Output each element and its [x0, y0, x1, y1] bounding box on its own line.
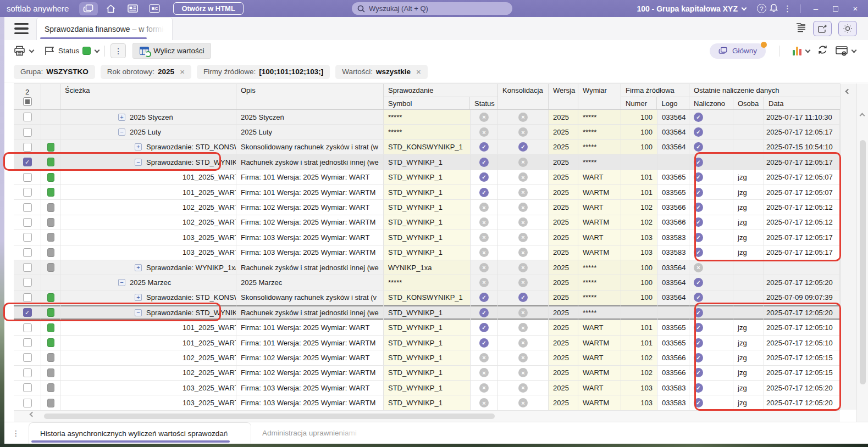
- row-checkbox[interactable]: [23, 278, 32, 287]
- more-menu-icon[interactable]: ⋮: [781, 4, 794, 14]
- header-naliczono[interactable]: Naliczono: [689, 97, 733, 109]
- theme-brightness-button[interactable]: [838, 21, 857, 36]
- settings-chevron-icon[interactable]: [852, 47, 857, 53]
- chart-chevron-icon[interactable]: [805, 47, 811, 53]
- vertical-scrollbar[interactable]: [856, 83, 868, 422]
- remove-filter-icon[interactable]: ×: [416, 67, 421, 76]
- calculate-values-button[interactable]: Wylicz wartości: [132, 43, 211, 59]
- filter-chip-1[interactable]: Grupa: WSZYSTKO: [14, 65, 95, 79]
- row-checkbox[interactable]: [23, 323, 32, 332]
- table-row-19[interactable]: 103_2025_WARTFirma: 103 Wersja: 2025 Wym…: [14, 381, 840, 395]
- filter-chip-2[interactable]: Rok obrotowy: 2025×: [101, 65, 191, 79]
- row-checkbox[interactable]: [23, 113, 32, 121]
- row-checkbox[interactable]: ✓: [23, 158, 32, 166]
- refresh-button[interactable]: [817, 44, 828, 57]
- tab-sprawozdania-finansowe[interactable]: Sprawozdania finansowe – w formie d: [36, 17, 173, 40]
- tree-expander-icon[interactable]: +: [135, 264, 142, 271]
- table-row-7[interactable]: 102_2025_WARTFirma: 102 Wersja: 2025 Wym…: [14, 200, 840, 215]
- footer-tab-2[interactable]: Administracja uprawnieniami: [251, 422, 368, 444]
- header-data[interactable]: Data: [764, 97, 840, 109]
- header-konsolidacja[interactable]: Konsolidacja: [498, 84, 549, 109]
- menu-burger-icon[interactable]: [14, 23, 29, 34]
- table-row-20[interactable]: 103_2025_WARTMFirma: 103 Wersja: 2025 Wy…: [14, 395, 840, 410]
- table-row-1[interactable]: +2025 Styczeń2025 Styczeń*****××2025****…: [14, 110, 840, 125]
- header-logo[interactable]: Logo: [657, 97, 689, 109]
- share-button[interactable]: [813, 21, 832, 36]
- collapse-panel-icon[interactable]: [845, 89, 851, 94]
- tree-view-icon[interactable]: [795, 23, 806, 35]
- table-row-10[interactable]: 103_2025_WARTMFirma: 103 Wersja: 2025 Wy…: [14, 245, 840, 260]
- home-icon[interactable]: [101, 2, 120, 15]
- vertical-scroll-thumb[interactable]: [860, 140, 866, 384]
- table-row-11[interactable]: +Sprawozdanie: WYNIKP_1xaRachunek zysków…: [14, 260, 840, 275]
- table-row-3[interactable]: +Sprawozdanie: STD_KONSWYNIKP_1Skonsolid…: [14, 140, 840, 155]
- horizontal-scrollbar[interactable]: [14, 411, 840, 422]
- header-status[interactable]: Status: [470, 97, 497, 109]
- window-settings-button[interactable]: [836, 46, 856, 56]
- header-path[interactable]: Ścieżka: [60, 84, 236, 109]
- filter-chip-4[interactable]: Wartości: wszystkie×: [335, 65, 428, 79]
- header-symbol[interactable]: Symbol: [384, 97, 470, 109]
- filter-chip-3[interactable]: Firmy źródłowe: [100;101;102;103;]: [197, 65, 330, 79]
- header-select-all[interactable]: 2: [14, 84, 41, 109]
- minimize-button[interactable]: –: [808, 2, 824, 16]
- notifications-bell-icon[interactable]: [770, 3, 778, 14]
- context-chevron-icon[interactable]: [742, 5, 747, 10]
- row-checkbox[interactable]: [23, 203, 32, 212]
- table-row-17[interactable]: 102_2025_WARTFirma: 102 Wersja: 2025 Wym…: [14, 350, 840, 365]
- footer-tab-1[interactable]: Historia asynchronicznych wyliczeń warto…: [29, 422, 251, 444]
- table-row-8[interactable]: 102_2025_WARTMFirma: 102 Wersja: 2025 Wy…: [14, 215, 840, 230]
- header-group-firma[interactable]: Firma źródłowa Numer Logo: [621, 84, 689, 109]
- row-checkbox[interactable]: [23, 353, 32, 362]
- row-checkbox[interactable]: [23, 173, 32, 182]
- news-icon[interactable]: [123, 2, 142, 15]
- search-input[interactable]: [369, 4, 507, 13]
- company-context[interactable]: 100 - Grupa kapitałowa XYZ: [637, 4, 738, 13]
- row-checkbox[interactable]: [23, 188, 32, 197]
- scroll-left-icon[interactable]: [30, 412, 35, 417]
- header-opis[interactable]: Opis: [236, 84, 384, 109]
- tree-expander-icon[interactable]: +: [135, 294, 142, 301]
- tree-expander-icon[interactable]: +: [135, 143, 142, 150]
- help-icon[interactable]: ?: [757, 4, 766, 13]
- row-checkbox[interactable]: [23, 293, 32, 302]
- select-all-checkbox[interactable]: [23, 97, 32, 106]
- row-checkbox[interactable]: [23, 233, 32, 242]
- more-actions-button[interactable]: ⋮: [110, 43, 126, 58]
- header-numer[interactable]: Numer: [621, 97, 657, 109]
- table-row-2[interactable]: −2025 Luty2025 Luty*****××2025*****10003…: [14, 125, 840, 139]
- bc-icon[interactable]: BC: [145, 2, 164, 15]
- remove-filter-icon[interactable]: ×: [180, 67, 185, 76]
- tree-expander-icon[interactable]: −: [135, 309, 142, 316]
- status-chevron-icon[interactable]: [95, 47, 100, 53]
- tree-expander-icon[interactable]: −: [118, 279, 125, 286]
- horizontal-scroll-thumb[interactable]: [44, 414, 495, 419]
- main-view-button[interactable]: Główny: [710, 43, 766, 59]
- table-row-15[interactable]: 101_2025_WARTFirma: 101 Wersja: 2025 Wym…: [14, 320, 840, 335]
- row-checkbox[interactable]: [23, 263, 32, 272]
- chart-button[interactable]: [793, 46, 810, 55]
- print-chevron-icon[interactable]: [29, 47, 35, 53]
- table-row-6[interactable]: 101_2025_WARTMFirma: 101 Wersja: 2025 Wy…: [14, 185, 840, 200]
- tree-expander-icon[interactable]: −: [118, 128, 125, 136]
- tree-expander-icon[interactable]: +: [118, 114, 125, 121]
- global-search[interactable]: [352, 2, 512, 15]
- print-button[interactable]: [14, 46, 34, 56]
- table-row-18[interactable]: 102_2025_WARTMFirma: 102 Wersja: 2025 Wy…: [14, 366, 840, 381]
- scroll-up-icon[interactable]: [860, 113, 865, 119]
- header-wymiar[interactable]: Wymiar: [578, 84, 621, 109]
- header-wersja[interactable]: Wersja: [549, 84, 578, 109]
- header-group-sprawozdanie[interactable]: Sprawozdanie Symbol Status: [384, 84, 498, 109]
- table-row-9[interactable]: 103_2025_WARTFirma: 103 Wersja: 2025 Wym…: [14, 230, 840, 245]
- table-row-13[interactable]: +Sprawozdanie: STD_KONSWYNIKP_1Skonsolid…: [14, 290, 840, 305]
- row-checkbox[interactable]: [23, 128, 32, 137]
- row-checkbox[interactable]: ✓: [23, 308, 32, 317]
- row-checkbox[interactable]: [23, 383, 32, 392]
- table-row-5[interactable]: 101_2025_WARTFirma: 101 Wersja: 2025 Wym…: [14, 170, 840, 185]
- footer-menu-icon[interactable]: ⋮: [12, 429, 20, 438]
- tree-expander-icon[interactable]: −: [135, 159, 142, 166]
- table-row-12[interactable]: −2025 Marzec2025 Marzec*****××2025*****1…: [14, 275, 840, 290]
- table-row-4[interactable]: ✓−Sprawozdanie: STD_WYNIKP_1Rachunek zys…: [14, 155, 840, 170]
- header-osoba[interactable]: Osoba: [733, 97, 764, 109]
- table-row-14[interactable]: ✓−Sprawozdanie: STD_WYNIKP_1Rachunek zys…: [14, 305, 840, 320]
